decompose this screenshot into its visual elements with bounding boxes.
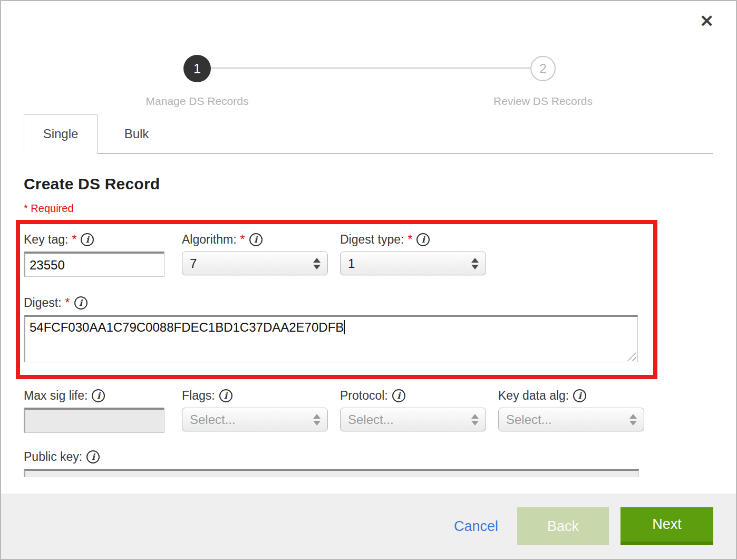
digest-type-label: Digest type: * i [340, 231, 498, 247]
text-cursor [344, 320, 345, 334]
digest-type-label-text: Digest type: [340, 233, 404, 247]
key-data-alg-select[interactable]: Select... [498, 408, 644, 431]
modal-footer: Cancel Back Next [1, 494, 736, 559]
algorithm-required-asterisk: * [240, 233, 245, 247]
digest-label-text: Digest: [24, 296, 62, 310]
form-row-2: Max sig life: i Flags: i Select... Proto… [24, 388, 736, 433]
protocol-select[interactable]: Select... [340, 408, 486, 431]
algorithm-info-icon[interactable]: i [249, 233, 263, 246]
flags-info-icon[interactable]: i [219, 389, 232, 402]
select-arrows-icon [313, 414, 321, 426]
digest-textarea[interactable]: 54FCF030AA1C79C0088FDEC1BD1C37DAA2E70DFB [24, 315, 638, 362]
protocol-label-text: Protocol: [340, 389, 388, 403]
tab-bar: Single Bulk [24, 114, 713, 154]
digest-type-info-icon[interactable]: i [416, 233, 430, 246]
digest-type-field-group: Digest type: * i 1 [340, 231, 498, 277]
key-data-alg-label: Key data alg: i [498, 388, 656, 403]
required-note: * Required [24, 202, 736, 215]
algorithm-label-text: Algorithm: [182, 233, 237, 247]
algorithm-label: Algorithm: * i [182, 231, 340, 247]
key-data-alg-field-group: Key data alg: i Select... [498, 388, 656, 433]
select-arrows-icon [313, 258, 321, 269]
key-tag-required-asterisk: * [72, 233, 76, 247]
flags-select-value: Select... [190, 412, 236, 427]
step-1-label: Manage DS Records [102, 95, 292, 108]
select-arrows-icon [471, 414, 479, 426]
algorithm-select-value: 7 [190, 256, 197, 271]
public-key-label-text: Public key: [24, 450, 82, 464]
key-tag-field-group: Key tag: * i [24, 231, 182, 277]
flags-field-group: Flags: i Select... [182, 388, 340, 433]
select-arrows-icon [629, 414, 637, 426]
digest-type-select[interactable]: 1 [340, 252, 486, 275]
step-2-number: 2 [539, 61, 547, 76]
create-ds-record-modal: ✕ 1 2 Manage DS Records Review DS Record… [0, 0, 737, 560]
protocol-label: Protocol: i [340, 388, 498, 403]
highlighted-required-fields-box: Key tag: * i Algorithm: * i 7 [16, 220, 657, 379]
public-key-info-icon[interactable]: i [86, 450, 100, 464]
digest-value: 54FCF030AA1C79C0088FDEC1BD1C37DAA2E70DFB [30, 320, 344, 334]
protocol-info-icon[interactable]: i [392, 389, 405, 402]
step-1-circle: 1 [183, 55, 211, 82]
form-row-1: Key tag: * i Algorithm: * i 7 [24, 231, 653, 277]
max-sig-life-label-text: Max sig life: [24, 389, 88, 403]
protocol-select-value: Select... [348, 412, 394, 427]
step-2-circle: 2 [530, 56, 556, 81]
key-data-alg-select-value: Select... [506, 412, 552, 427]
public-key-field-group: Public key: i [24, 449, 736, 477]
public-key-label: Public key: i [24, 449, 736, 465]
tab-single[interactable]: Single [24, 114, 98, 154]
max-sig-life-input[interactable] [24, 408, 164, 433]
flags-label: Flags: i [182, 388, 340, 403]
flags-label-text: Flags: [182, 389, 215, 403]
digest-info-icon[interactable]: i [74, 296, 88, 310]
algorithm-field-group: Algorithm: * i 7 [182, 231, 340, 277]
tab-single-label: Single [43, 127, 79, 141]
next-button[interactable]: Next [620, 507, 713, 545]
key-tag-input[interactable] [24, 252, 164, 277]
public-key-textarea[interactable] [24, 469, 639, 477]
back-button[interactable]: Back [517, 507, 609, 545]
cancel-button[interactable]: Cancel [454, 518, 498, 535]
page-title: Create DS Record [24, 175, 736, 193]
digest-type-required-asterisk: * [408, 233, 412, 247]
digest-label: Digest: * i [24, 295, 653, 311]
key-tag-label-text: Key tag: [24, 233, 68, 247]
digest-required-asterisk: * [65, 296, 70, 310]
tab-bulk[interactable]: Bulk [98, 114, 176, 153]
resize-grip-icon[interactable] [627, 352, 636, 361]
max-sig-life-field-group: Max sig life: i [24, 388, 182, 433]
key-data-alg-label-text: Key data alg: [498, 389, 569, 403]
digest-field-group: Digest: * i 54FCF030AA1C79C0088FDEC1BD1C… [24, 295, 653, 362]
max-sig-life-info-icon[interactable]: i [92, 389, 105, 402]
step-1-number: 1 [193, 61, 201, 76]
algorithm-select[interactable]: 7 [182, 252, 328, 275]
key-tag-info-icon[interactable]: i [81, 233, 94, 246]
key-data-alg-info-icon[interactable]: i [573, 389, 586, 402]
protocol-field-group: Protocol: i Select... [340, 388, 498, 433]
step-2-label: Review DS Records [448, 95, 638, 108]
flags-select[interactable]: Select... [182, 408, 328, 431]
max-sig-life-label: Max sig life: i [24, 388, 182, 403]
tab-bulk-label: Bulk [124, 127, 149, 141]
key-tag-label: Key tag: * i [24, 231, 182, 247]
digest-type-select-value: 1 [348, 256, 355, 271]
stepper: 1 2 Manage DS Records Review DS Records [1, 1, 736, 114]
stepper-connector-line [197, 67, 543, 69]
select-arrows-icon [471, 258, 479, 269]
